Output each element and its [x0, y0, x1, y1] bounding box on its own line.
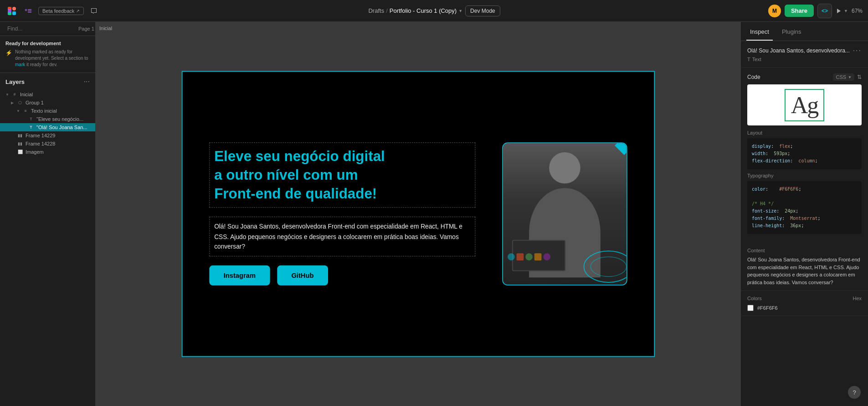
sidebar-right: Inspect Plugins Olá! Sou Joana Santos, d…	[740, 22, 868, 406]
color-value: #F6F6F6	[757, 305, 778, 311]
color-swatch[interactable]	[747, 305, 754, 311]
colors-hex-label: Hex	[853, 296, 862, 301]
main-area: Page 1 ▼ Ready for development ⚡ Nothing…	[0, 22, 868, 406]
zoom-level[interactable]: 67%	[852, 8, 863, 14]
code-editor-icon[interactable]: <>	[817, 4, 832, 18]
dev-mode-button[interactable]: Dev Mode	[465, 5, 500, 16]
code-title: Code	[747, 74, 760, 80]
layer-item-frame14229[interactable]: ▮▮ Frame 14229	[0, 131, 95, 140]
beta-feedback-label: Beta feedback	[42, 8, 74, 14]
layout-title: Layout	[747, 130, 862, 135]
design-frame: Eleve seu negócio digital a outro nível …	[181, 71, 655, 357]
design-image-column	[502, 142, 627, 286]
selected-element-section: Olá! Sou Joana Santos, desenvolvedora...…	[741, 41, 868, 68]
topbar-left: Beta feedback ↗	[5, 5, 100, 17]
github-button[interactable]: GitHub	[277, 265, 328, 286]
chevron-down-icon: ▼	[848, 75, 852, 79]
code-sort-button[interactable]: ⇅	[857, 74, 862, 80]
ready-for-development-section: Ready for development ⚡ Nothing marked a…	[0, 36, 95, 73]
text-type-icon: T	[747, 57, 750, 62]
ready-dev-title: Ready for development	[5, 41, 90, 46]
chevron-down-icon: ▼	[458, 9, 462, 13]
frame-icon: ▮▮	[17, 141, 23, 146]
design-body-text: Olá! Sou Joana Santos, desenvolvedora Fr…	[214, 222, 471, 252]
color-row: #F6F6F6	[747, 305, 862, 311]
mark-link[interactable]: mark	[15, 62, 25, 67]
layer-name: Texto inicial	[31, 108, 90, 114]
sidebar-left: Page 1 ▼ Ready for development ⚡ Nothing…	[0, 22, 96, 406]
chevron-right-icon: ▶	[11, 101, 15, 105]
figma-logo[interactable]	[5, 5, 18, 17]
tab-inspect[interactable]: Inspect	[746, 22, 773, 41]
selected-element-name: Olá! Sou Joana Santos, desenvolvedora...	[747, 47, 853, 54]
layout-code-block: display: flex; width: 593px; flex-direct…	[747, 138, 862, 169]
design-buttons: Instagram GitHub	[209, 265, 475, 286]
breadcrumb-separator: /	[386, 7, 388, 14]
frame-icon: ▮▮	[17, 133, 23, 138]
layer-item-imagem[interactable]: ⬜ Imagem	[0, 148, 95, 156]
code-lang-label: CSS	[836, 74, 846, 80]
menu-icon[interactable]	[22, 5, 35, 17]
chevron-down-icon: ▼	[844, 9, 848, 13]
frame-icon: #	[12, 92, 17, 97]
typography-subsection: Typography color: #F6F6F6; /* H4 */ font…	[747, 173, 862, 234]
layer-name: Imagem	[26, 149, 90, 155]
code-language-selector[interactable]: CSS ▼	[833, 73, 854, 81]
layer-name: "Olá! Sou Joana San...	[36, 125, 90, 130]
chevron-down-icon: ▼	[16, 109, 20, 113]
right-panel-tabs: Inspect Plugins	[741, 22, 868, 41]
topbar: Beta feedback ↗ Drafts / Portfolio - Cur…	[0, 0, 868, 22]
design-content: Eleve seu negócio digital a outro nível …	[182, 72, 654, 356]
user-avatar[interactable]: M	[768, 5, 781, 17]
layer-name: Frame 14228	[26, 141, 90, 146]
svg-rect-3	[12, 11, 16, 15]
layer-item-eleve[interactable]: T "Eleve seu negócio...	[0, 115, 95, 123]
heading-line2: a outro nível	[214, 167, 303, 182]
breadcrumb-drafts[interactable]: Drafts	[368, 7, 384, 14]
layer-item-group1[interactable]: ▶ ⬡ Group 1	[0, 99, 95, 107]
layer-item-frame14228[interactable]: ▮▮ Frame 14228	[0, 140, 95, 148]
search-input[interactable]	[7, 26, 76, 32]
person-head	[549, 152, 580, 184]
svg-point-8	[584, 251, 627, 282]
layer-name: Inicial	[20, 92, 90, 97]
canvas-frame-label: Inicial	[99, 26, 112, 31]
play-button[interactable]: ▼	[836, 8, 848, 14]
beta-feedback-button[interactable]: Beta feedback ↗	[38, 7, 84, 15]
layer-item-texto-inicial[interactable]: ▼ ≡ Texto inicial	[0, 107, 95, 115]
help-button[interactable]: ?	[848, 386, 861, 399]
element-type-label: Text	[752, 57, 761, 62]
comment-icon[interactable]	[87, 5, 100, 17]
design-heading: Eleve seu negócio digital a outro nível …	[214, 147, 471, 203]
ready-dev-text: Nothing marked as ready for development …	[15, 49, 90, 68]
breadcrumb-current-page[interactable]: Portfolio - Curso 1 (Copy) ▼	[390, 7, 462, 14]
ready-dev-message: ⚡ Nothing marked as ready for developmen…	[5, 49, 90, 68]
code-header: Code CSS ▼ ⇅	[747, 73, 862, 81]
layer-item-inicial[interactable]: ▼ # Inicial	[0, 90, 95, 99]
instagram-button[interactable]: Instagram	[209, 265, 270, 286]
design-body-block: Olá! Sou Joana Santos, desenvolvedora Fr…	[209, 217, 475, 256]
content-title: Content	[747, 248, 862, 253]
typography-code-block: color: #F6F6F6; /* H4 */ font-size: 24px…	[747, 181, 862, 234]
layer-item-ola[interactable]: T "Olá! Sou Joana San...	[0, 123, 95, 131]
canvas-area[interactable]: Inicial Eleve seu negócio digital a outr…	[96, 22, 740, 406]
layers-more-button[interactable]: ···	[84, 78, 90, 86]
text-frame-icon: ≡	[23, 109, 28, 113]
element-type-badge: T Text	[747, 57, 862, 62]
heading-highlight: com um	[303, 167, 358, 182]
element-more-button[interactable]: ···	[853, 47, 862, 55]
colors-header: Colors Hex	[747, 296, 862, 301]
page-label: Page 1	[78, 26, 94, 31]
typography-title: Typography	[747, 173, 862, 178]
font-preview-text: Ag	[785, 89, 825, 121]
heading-line3: Front-end de qualidade!	[214, 185, 377, 201]
colors-section: Colors Hex #F6F6F6	[741, 291, 868, 316]
svg-marker-5	[837, 9, 841, 13]
content-section: Content Olá! Sou Joana Santos, desenvolv…	[741, 243, 868, 291]
tab-plugins[interactable]: Plugins	[778, 22, 805, 41]
layers-header: Layers ···	[0, 73, 95, 88]
font-preview-box: Ag	[747, 84, 862, 125]
sidebar-search-bar: Page 1 ▼	[0, 22, 95, 36]
share-button[interactable]: Share	[785, 5, 814, 17]
layout-subsection: Layout display: flex; width: 593px; flex…	[747, 130, 862, 169]
